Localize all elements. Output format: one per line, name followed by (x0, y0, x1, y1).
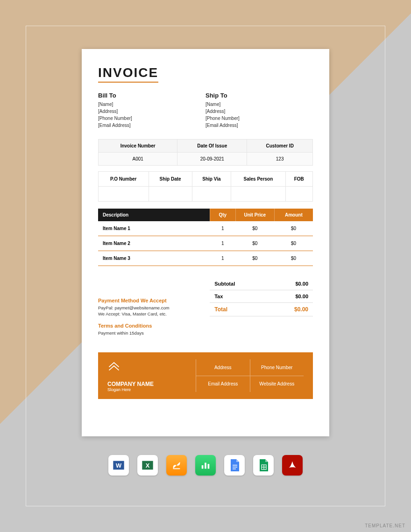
total-value: $0.00 (294, 306, 308, 313)
payment-block: Payment Method We Accept PayPal: paymet@… (98, 298, 206, 317)
line-items-table: Description Qty Unit Price Amount Item N… (98, 209, 313, 266)
ship-h5: FOB (285, 172, 312, 187)
numbers-icon[interactable] (195, 455, 216, 476)
pdf-icon[interactable] (282, 455, 303, 476)
tax-value: $0.00 (295, 294, 308, 299)
terms-text: Payment within 15days (98, 330, 206, 336)
bill-to-block: Bill To [Name] [Address] [Phone Number] … (98, 92, 206, 130)
invoice-title: INVOICE (98, 65, 158, 83)
company-slogan: Slogan Here (107, 387, 196, 392)
total-label: Total (214, 306, 294, 313)
footer-website: Website Address (250, 376, 304, 392)
subtotal-value: $0.00 (295, 281, 308, 287)
company-name: COMPANY NAME (107, 381, 196, 387)
invoice-meta-table: Invoice Number Date Of Issue Customer ID… (98, 139, 313, 166)
pages-icon[interactable] (166, 455, 187, 476)
bill-phone: [Phone Number] (98, 116, 206, 121)
items-h4: Amount (274, 209, 313, 221)
google-sheets-icon[interactable] (253, 455, 274, 476)
ship-phone: [Phone Number] (206, 116, 313, 121)
address-section: Bill To [Name] [Address] [Phone Number] … (98, 92, 313, 130)
format-icons-row: W X (0, 455, 411, 476)
footer-email: Email Address (196, 376, 250, 392)
meta-h3: Customer ID (247, 140, 313, 153)
item-row: Item Name 1 1 $0 $0 (98, 221, 313, 236)
meta-h2: Date Of Issue (177, 140, 247, 153)
svg-rect-8 (233, 467, 237, 468)
meta-v2: 20-09-2021 (177, 153, 247, 166)
svg-rect-6 (208, 464, 210, 469)
footer-phone: Phone Number (250, 359, 304, 376)
item-row: Item Name 3 1 $0 $0 (98, 251, 313, 266)
excel-icon[interactable]: X (137, 455, 158, 476)
ship-name: [Name] (206, 102, 313, 107)
google-docs-icon[interactable] (224, 455, 245, 476)
payment-line1: PayPal: paymet@websitename.com (98, 305, 206, 311)
bill-address: [Address] (98, 109, 206, 114)
totals-block: Subtotal$0.00 Tax$0.00 Total$0.00 (210, 278, 313, 316)
meta-h1: Invoice Number (99, 140, 177, 153)
payment-line2: We Accept: Visa, Master Card, etc. (98, 311, 206, 317)
ship-h2: Ship Date (149, 172, 192, 187)
ship-to-block: Ship To [Name] [Address] [Phone Number] … (206, 92, 313, 130)
meta-v1: A001 (99, 153, 177, 166)
bill-email: [Email Address] (98, 123, 206, 128)
item-row: Item Name 2 1 $0 $0 (98, 236, 313, 251)
svg-text:W: W (116, 462, 122, 469)
bill-to-heading: Bill To (98, 92, 206, 99)
invoice-footer: COMPANY NAME Slogan Here Address Phone N… (98, 352, 313, 399)
items-h2: Qty (210, 209, 235, 221)
svg-rect-7 (233, 465, 237, 466)
ship-email: [Email Address] (206, 123, 313, 128)
ship-h3: Ship Via (192, 172, 231, 187)
watermark: TEMPLATE.NET (365, 523, 405, 528)
shipping-table: P.O Number Ship Date Ship Via Sales Pers… (98, 171, 313, 202)
ship-address: [Address] (206, 109, 313, 114)
word-icon[interactable]: W (108, 455, 129, 476)
invoice-document: INVOICE Bill To [Name] [Address] [Phone … (82, 49, 329, 436)
svg-rect-4 (202, 465, 204, 469)
ship-to-heading: Ship To (206, 92, 313, 99)
terms-block: Terms and Conditions Payment within 15da… (98, 323, 206, 336)
terms-heading: Terms and Conditions (98, 323, 206, 329)
company-logo-icon (107, 359, 196, 374)
footer-address: Address (196, 359, 250, 376)
payment-heading: Payment Method We Accept (98, 298, 206, 303)
tax-label: Tax (214, 294, 295, 299)
bill-name: [Name] (98, 102, 206, 107)
svg-rect-5 (205, 463, 206, 469)
ship-h4: Sales Person (231, 172, 285, 187)
svg-text:X: X (146, 462, 150, 469)
svg-rect-9 (233, 469, 236, 469)
subtotal-label: Subtotal (214, 281, 295, 287)
items-h3: Unit Price (235, 209, 274, 221)
ship-h1: P.O Number (99, 172, 149, 187)
meta-v3: 123 (247, 153, 313, 166)
items-h1: Description (98, 209, 210, 221)
